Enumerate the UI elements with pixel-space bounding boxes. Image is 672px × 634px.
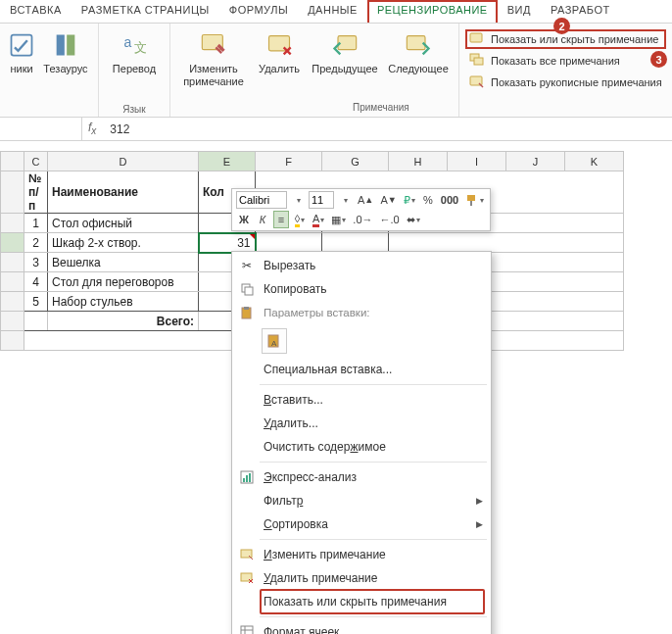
- submenu-arrow-icon: ▶: [476, 519, 483, 529]
- col-header-I[interactable]: I: [448, 152, 506, 171]
- cell[interactable]: 4: [24, 272, 48, 292]
- name-box[interactable]: [0, 118, 82, 140]
- delete-comment-button[interactable]: Удалить: [253, 27, 306, 77]
- cell[interactable]: Стол для переговоров: [48, 272, 199, 292]
- row-header[interactable]: [1, 171, 24, 214]
- thesaurus-label: Тезаурус: [43, 63, 87, 75]
- percent-format-icon[interactable]: %: [420, 191, 436, 209]
- ribbon: ники Тезаурус . a文 Перевод Язык Изменить…: [0, 24, 672, 118]
- font-size-input[interactable]: [309, 191, 334, 209]
- font-color-icon[interactable]: A: [311, 211, 326, 228]
- menu-delete-comment[interactable]: Удалить примечание: [232, 566, 491, 590]
- prev-comment-button[interactable]: Предыдущее: [308, 27, 382, 77]
- italic-icon[interactable]: К: [255, 211, 270, 228]
- cell[interactable]: Шкаф 2-х створ.: [48, 233, 199, 253]
- cell[interactable]: 5: [24, 292, 48, 312]
- menu-copy[interactable]: Копировать: [232, 277, 491, 301]
- font-name-input[interactable]: [236, 191, 287, 209]
- menu-cut[interactable]: ✂ Вырезать: [232, 254, 491, 277]
- svg-rect-15: [467, 195, 475, 201]
- format-painter-icon[interactable]: [463, 191, 486, 209]
- cut-icon: ✂: [236, 259, 258, 272]
- increase-decimal-icon[interactable]: .0→: [351, 211, 374, 228]
- row-header[interactable]: [1, 253, 24, 272]
- menu-insert[interactable]: Вставить...: [232, 388, 491, 412]
- bold-icon[interactable]: Ж: [236, 211, 252, 228]
- merge-icon[interactable]: ⬌: [405, 211, 422, 228]
- translate-button[interactable]: a文 Перевод: [105, 27, 164, 77]
- header-num[interactable]: № п/п: [24, 171, 48, 214]
- svg-rect-0: [12, 35, 32, 56]
- tab-formulas[interactable]: ФОРМУЛЫ: [219, 0, 298, 23]
- menu-sort[interactable]: Сортировка ▶: [232, 512, 491, 536]
- selected-cell[interactable]: 31: [199, 233, 256, 253]
- fx-icon[interactable]: fx: [82, 121, 102, 136]
- cell[interactable]: Набор стульев: [48, 292, 199, 312]
- paste-default-button[interactable]: A: [262, 328, 287, 354]
- edit-comment-icon: [236, 548, 258, 561]
- menu-delete[interactable]: Удалить...: [232, 412, 491, 435]
- comments-group-label: Примечания: [353, 102, 409, 115]
- comma-format-icon[interactable]: 000: [439, 191, 460, 209]
- edit-comment-button[interactable]: Изменить примечание: [176, 27, 251, 90]
- row-header[interactable]: [1, 312, 24, 331]
- col-header-K[interactable]: K: [565, 152, 624, 171]
- thesaurus-button[interactable]: Тезаурус: [39, 27, 92, 77]
- col-header-J[interactable]: J: [506, 152, 565, 171]
- show-ink-label: Показать рукописные примечания: [491, 76, 662, 88]
- row-header[interactable]: [1, 214, 24, 233]
- tab-insert[interactable]: ВСТАВКА: [0, 0, 72, 23]
- fill-color-icon[interactable]: ◊: [292, 211, 308, 228]
- row-header[interactable]: [1, 233, 24, 253]
- cell[interactable]: Стол офисный: [48, 214, 199, 233]
- tab-review[interactable]: РЕЦЕНЗИРОВАНИЕ: [367, 0, 498, 23]
- borders-icon[interactable]: ▦: [329, 211, 348, 228]
- cell[interactable]: Вешелка: [48, 253, 199, 272]
- spellcheck-button[interactable]: ники: [6, 27, 37, 77]
- annotation-badge-3: 3: [650, 51, 667, 68]
- next-comment-label: Следующее: [388, 63, 449, 75]
- cell[interactable]: 1: [24, 214, 48, 233]
- col-header-F[interactable]: F: [256, 152, 322, 171]
- mini-toolbar: A▲ A▼ ₽ % 000 Ж К ≡ ◊ A ▦ .0→ ←.0 ⬌: [231, 188, 491, 231]
- menu-clear[interactable]: Очистить содержимое: [232, 435, 491, 459]
- copy-icon: [236, 282, 258, 296]
- menu-paste-special[interactable]: Специальная вставка...: [232, 358, 491, 381]
- align-left-icon[interactable]: ≡: [273, 211, 289, 228]
- menu-format-cells[interactable]: Формат ячеек...: [232, 620, 491, 634]
- col-header-G[interactable]: G: [322, 152, 389, 171]
- total-label[interactable]: Всего:: [48, 312, 199, 331]
- col-header-C[interactable]: C: [24, 152, 48, 171]
- cell[interactable]: 3: [24, 253, 48, 272]
- row-header[interactable]: [1, 292, 24, 312]
- tab-layout[interactable]: РАЗМЕТКА СТРАНИЦЫ: [72, 0, 219, 23]
- row-header[interactable]: [1, 272, 24, 292]
- col-header-D[interactable]: D: [48, 152, 199, 171]
- next-comment-button[interactable]: Следующее: [384, 27, 453, 77]
- decrease-decimal-icon[interactable]: ←.0: [378, 211, 402, 228]
- accounting-format-icon[interactable]: ₽: [402, 191, 417, 209]
- show-ink-comments-button[interactable]: Показать рукописные примечания: [465, 73, 666, 92]
- tab-developer[interactable]: РАЗРАБОТ: [541, 0, 620, 23]
- decrease-font-icon[interactable]: A▼: [378, 191, 398, 209]
- font-size-dropdown-icon[interactable]: [337, 191, 353, 209]
- menu-toggle-comment[interactable]: Показать или скрыть примечания: [232, 590, 491, 613]
- font-name-dropdown-icon[interactable]: [290, 191, 306, 209]
- svg-rect-20: [244, 307, 249, 310]
- show-all-comments-button[interactable]: Показать все примечания: [465, 51, 666, 71]
- header-name[interactable]: Наименование: [48, 171, 199, 214]
- menu-filter[interactable]: Фильтр ▶: [232, 489, 491, 512]
- formula-input[interactable]: 312: [102, 122, 129, 136]
- col-header-E[interactable]: E: [199, 152, 256, 171]
- menu-edit-comment[interactable]: Изменить примечание: [232, 543, 491, 566]
- delete-comment-label: Удалить: [259, 63, 300, 75]
- col-header-H[interactable]: H: [389, 152, 448, 171]
- menu-quick-analysis[interactable]: Экспресс-анализ: [232, 465, 491, 489]
- format-cells-icon: [236, 625, 258, 634]
- svg-rect-18: [245, 287, 253, 295]
- tab-view[interactable]: ВИД: [498, 0, 541, 23]
- tab-data[interactable]: ДАННЫЕ: [298, 0, 367, 23]
- increase-font-icon[interactable]: A▲: [356, 191, 375, 209]
- edit-comment-label: Изменить примечание: [183, 63, 244, 88]
- cell[interactable]: 2: [24, 233, 48, 253]
